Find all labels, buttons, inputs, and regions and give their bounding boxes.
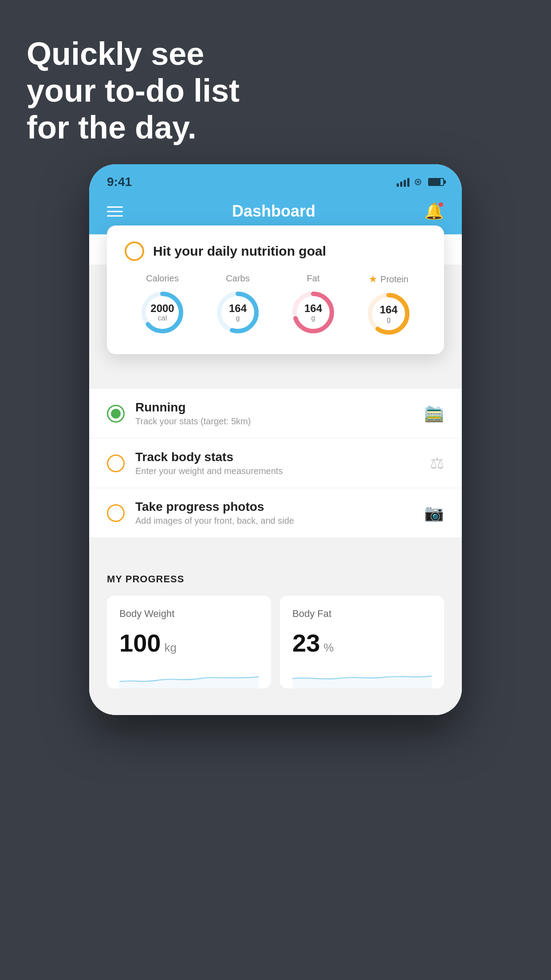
headline: Quickly see your to-do list for the day. <box>27 36 240 146</box>
notification-button[interactable]: 🔔 <box>425 202 444 221</box>
todo-photos-subtitle: Add images of your front, back, and side <box>135 516 413 526</box>
nutrition-card-title: Hit your daily nutrition goal <box>153 244 326 259</box>
stat-calories-label: Calories <box>146 273 178 284</box>
todo-running-title: Running <box>135 400 413 415</box>
body-fat-title: Body Fat <box>292 608 432 620</box>
progress-cards: Body Weight 100 kg Body Fat <box>107 596 444 688</box>
todo-item-running[interactable]: Running Track your stats (target: 5km) 🚞 <box>89 389 462 439</box>
body-weight-card[interactable]: Body Weight 100 kg <box>107 596 271 688</box>
todo-body-stats-subtitle: Enter your weight and measurements <box>135 466 419 476</box>
body-weight-value-row: 100 kg <box>119 628 259 657</box>
donut-fat: 164 g <box>289 288 338 337</box>
donut-calories: 2000 cal <box>138 288 187 337</box>
signal-icon <box>397 177 409 187</box>
star-icon: ★ <box>369 273 378 285</box>
wifi-icon: ⊛ <box>414 176 422 188</box>
body-fat-unit: % <box>323 641 334 655</box>
todo-item-body-stats[interactable]: Track body stats Enter your weight and m… <box>89 439 462 488</box>
battery-icon <box>428 178 444 186</box>
protein-unit: g <box>387 316 391 323</box>
carbs-value: 164 <box>229 303 247 314</box>
stat-carbs-label: Carbs <box>226 273 249 284</box>
running-icon: 🚞 <box>424 404 444 423</box>
body-weight-unit: kg <box>164 641 176 655</box>
stat-protein-label: ★ Protein <box>369 273 408 285</box>
status-icons: ⊛ <box>397 176 444 188</box>
calories-unit: cal <box>158 314 167 322</box>
body-fat-number: 23 <box>292 628 320 657</box>
nutrition-circle-check <box>125 241 144 261</box>
todo-list: Running Track your stats (target: 5km) 🚞… <box>89 389 462 538</box>
body-fat-chart <box>292 666 432 688</box>
body-fat-value-row: 23 % <box>292 628 432 657</box>
notification-dot <box>438 202 444 208</box>
todo-item-progress-photos[interactable]: Take progress photos Add images of your … <box>89 488 462 538</box>
progress-section-title: MY PROGRESS <box>107 573 444 585</box>
todo-body-stats-title: Track body stats <box>135 450 419 464</box>
nutrition-card-header: Hit your daily nutrition goal <box>125 241 426 261</box>
nutrition-card[interactable]: Hit your daily nutrition goal Calories 2… <box>107 225 444 354</box>
status-time: 9:41 <box>107 175 132 189</box>
scale-icon: ⚖ <box>430 454 444 473</box>
carbs-unit: g <box>236 314 240 322</box>
status-bar: 9:41 ⊛ <box>89 164 462 193</box>
protein-value: 164 <box>380 304 398 316</box>
stat-fat-label: Fat <box>307 273 320 284</box>
body-weight-number: 100 <box>119 628 161 657</box>
fat-unit: g <box>311 314 315 322</box>
app-content: THINGS TO DO TODAY Hit your daily nutrit… <box>89 234 462 715</box>
nutrition-stats: Calories 2000 cal Carbs <box>125 273 426 338</box>
todo-circle-running <box>107 405 125 423</box>
body-weight-title: Body Weight <box>119 608 259 620</box>
progress-section: MY PROGRESS Body Weight 100 kg <box>89 556 462 688</box>
body-weight-chart <box>119 666 259 688</box>
donut-protein: 164 g <box>364 289 413 338</box>
todo-running-subtitle: Track your stats (target: 5km) <box>135 416 413 427</box>
body-fat-card[interactable]: Body Fat 23 % <box>280 596 444 688</box>
donut-carbs: 164 g <box>213 288 262 337</box>
todo-circle-body-stats <box>107 454 125 472</box>
calories-value: 2000 <box>150 303 174 314</box>
phone-mockup: 9:41 ⊛ Dashboard 🔔 THINGS TO DO TODAY <box>89 164 462 715</box>
todo-circle-progress-photos <box>107 504 125 522</box>
fat-value: 164 <box>304 303 322 314</box>
todo-photos-title: Take progress photos <box>135 500 413 514</box>
stat-protein: ★ Protein 164 g <box>364 273 413 338</box>
hamburger-button[interactable] <box>107 206 123 217</box>
stat-fat: Fat 164 g <box>289 273 338 337</box>
nav-title: Dashboard <box>232 202 315 221</box>
stat-carbs: Carbs 164 g <box>213 273 262 337</box>
photo-icon: 📷 <box>424 504 444 522</box>
stat-calories: Calories 2000 cal <box>138 273 187 337</box>
